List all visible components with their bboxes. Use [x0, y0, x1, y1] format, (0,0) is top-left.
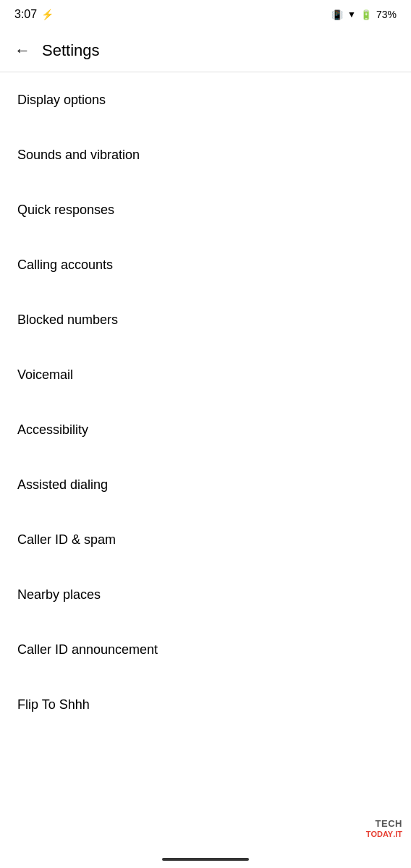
settings-item-sounds-vibration[interactable]: Sounds and vibration	[0, 127, 411, 182]
flash-icon: ⚡	[41, 9, 54, 20]
settings-item-voicemail[interactable]: Voicemail	[0, 347, 411, 402]
home-indicator	[162, 858, 249, 861]
status-time: 3:07	[14, 8, 37, 21]
settings-item-accessibility[interactable]: Accessibility	[0, 402, 411, 457]
settings-item-label: Assisted dialing	[17, 477, 108, 493]
settings-item-nearby-places[interactable]: Nearby places	[0, 567, 411, 622]
settings-item-label: Quick responses	[17, 203, 114, 218]
header: ← Settings	[0, 29, 411, 72]
settings-item-label: Caller ID announcement	[17, 642, 158, 658]
battery-percent: 73%	[376, 9, 397, 20]
settings-item-assisted-dialing[interactable]: Assisted dialing	[0, 457, 411, 512]
wifi-icon: ▼	[347, 9, 356, 20]
settings-item-display-options[interactable]: Display options	[0, 72, 411, 127]
settings-item-label: Blocked numbers	[17, 312, 118, 328]
settings-item-caller-id-announcement[interactable]: Caller ID announcement	[0, 622, 411, 677]
settings-item-label: Flip To Shhh	[17, 697, 90, 712]
settings-item-label: Voicemail	[17, 367, 73, 383]
battery-icon: 🔋	[360, 9, 372, 20]
settings-item-label: Caller ID & spam	[17, 532, 116, 548]
settings-item-flip-to-shhh[interactable]: Flip To Shhh	[0, 677, 411, 732]
settings-item-label: Accessibility	[17, 422, 88, 438]
settings-list: Display optionsSounds and vibrationQuick…	[0, 72, 411, 732]
watermark: TECH TODAY.IT	[366, 818, 402, 839]
settings-item-label: Nearby places	[17, 587, 101, 603]
settings-item-label: Sounds and vibration	[17, 148, 140, 163]
settings-item-caller-id-spam[interactable]: Caller ID & spam	[0, 512, 411, 567]
page-title: Settings	[42, 41, 100, 60]
status-icons: 📳 ▼ 🔋 73%	[331, 9, 397, 20]
settings-item-blocked-numbers[interactable]: Blocked numbers	[0, 292, 411, 347]
back-button[interactable]: ←	[14, 41, 30, 60]
settings-item-label: Display options	[17, 93, 106, 108]
settings-item-calling-accounts[interactable]: Calling accounts	[0, 237, 411, 292]
settings-item-label: Calling accounts	[17, 258, 113, 273]
vibrate-icon: 📳	[331, 9, 343, 20]
watermark-line2: TODAY.IT	[366, 830, 402, 839]
settings-item-quick-responses[interactable]: Quick responses	[0, 182, 411, 237]
watermark-line1: TECH	[366, 818, 402, 830]
status-bar: 3:07 ⚡ 📳 ▼ 🔋 73%	[0, 0, 411, 29]
